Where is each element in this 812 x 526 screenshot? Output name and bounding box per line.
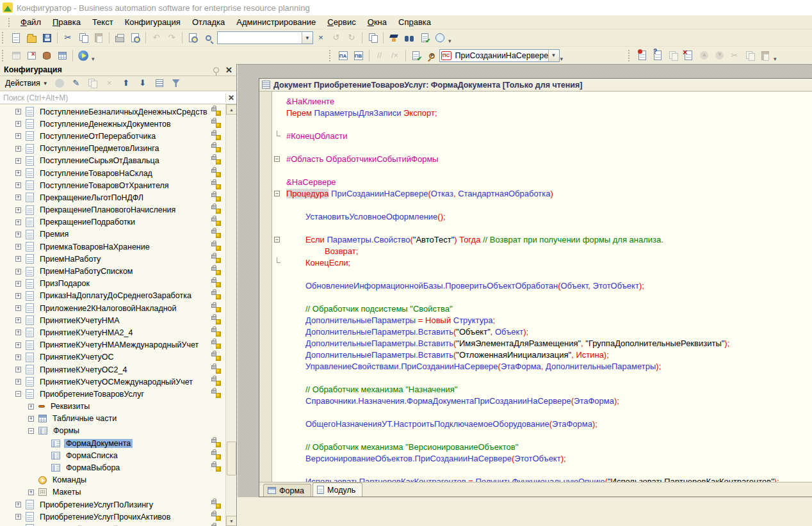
tree-item-ПоступлениеСырьяОтДавальца[interactable]: +ПоступлениеСырьяОтДавальца xyxy=(0,155,225,167)
code-line[interactable]: УправлениеСвойствами.ПриСозданииНаСервер… xyxy=(284,361,812,372)
sort-list-button[interactable] xyxy=(152,76,166,90)
open-table-button[interactable] xyxy=(55,49,69,63)
expand-icon[interactable]: + xyxy=(15,514,21,520)
procedure-combobox[interactable]: ПС ПриСозданииНаСервере ▼ xyxy=(439,49,560,62)
tree-item-ПринятиеКУчетуНМА2_4[interactable]: +ПринятиеКУчетуНМА2_4 xyxy=(0,326,225,339)
tree-item-label[interactable]: ПриказНаДоплатуДоСреднегоЗаработка xyxy=(38,291,193,300)
toolbar-overflow[interactable]: ▾ xyxy=(448,38,451,44)
fold-collapse-icon[interactable]: − xyxy=(274,154,281,165)
tree-item-label[interactable]: ПрекращениеПлановогоНачисления xyxy=(38,205,177,214)
tree-item-ПриобретениеУслугПрочихАктивов[interactable]: +ПриобретениеУслугПрочихАктивов xyxy=(0,511,225,523)
tree-item-ФормаСписка[interactable]: +ФормаСписка xyxy=(0,449,225,461)
expand-icon[interactable]: + xyxy=(15,269,21,275)
collapse-icon[interactable]: − xyxy=(15,391,21,397)
tree-item-label[interactable]: Реквизиты xyxy=(49,402,92,411)
search-combobox-dropdown[interactable]: ▼ xyxy=(302,32,313,44)
procedure-combobox-value[interactable]: ПриСозданииНаСервере xyxy=(453,51,548,60)
new-file-button[interactable] xyxy=(9,31,23,45)
code-line[interactable]: ДополнительныеПараметры.Вставить("ИмяЭле… xyxy=(284,338,812,349)
tree-item-label[interactable]: ПриемНаРаботу xyxy=(38,255,102,264)
tree-item-label[interactable]: ПринятиеКУчетуОС2_4 xyxy=(38,365,129,374)
tree-item-label[interactable]: ПриемкаТоваровНаХранение xyxy=(38,243,152,251)
save-button[interactable] xyxy=(40,31,54,45)
actions-menu-button[interactable]: Действия▼ xyxy=(3,78,51,88)
tree-item-label[interactable]: ПризПодарок xyxy=(38,279,92,288)
code-line[interactable] xyxy=(284,165,812,177)
code-line[interactable] xyxy=(284,292,812,303)
tree-item-label[interactable]: Команды xyxy=(51,475,88,484)
tree-item-ФормаВыбора[interactable]: +ФормаВыбора xyxy=(0,461,225,474)
tree-item-ПриказНаДоплатуДоСреднегоЗаработка[interactable]: +ПриказНаДоплатуДоСреднегоЗаработка xyxy=(0,290,225,302)
tree-item-label[interactable]: ПоступлениеТоваровНаСклад xyxy=(38,169,154,178)
expand-icon[interactable]: + xyxy=(15,244,21,250)
expand-icon[interactable]: + xyxy=(15,195,21,200)
pin-icon[interactable] xyxy=(213,67,219,73)
tree-item-Команды[interactable]: +Команды xyxy=(0,474,225,486)
tree-item-Премия[interactable]: +Премия xyxy=(0,228,225,241)
tree-item-label[interactable]: ПоступлениеБезналичныхДенежныхСредств xyxy=(38,108,209,116)
expand-icon[interactable]: + xyxy=(15,355,21,360)
close-panel-button[interactable]: ✕ xyxy=(224,65,234,75)
expand-icon[interactable]: + xyxy=(15,219,21,225)
collapse-icon[interactable]: − xyxy=(28,428,34,434)
menu-Справка[interactable]: Справка xyxy=(393,16,437,28)
expand-icon[interactable]: + xyxy=(15,146,21,152)
tree-item-ПриемНаРаботуСписком[interactable]: +ПриемНаРаботуСписком xyxy=(0,265,225,277)
code-line[interactable] xyxy=(284,142,812,154)
code-line[interactable]: #Область ОбработчикиСобытийФормы xyxy=(284,154,812,165)
code-line[interactable] xyxy=(284,200,812,211)
search-help-button[interactable] xyxy=(402,31,416,45)
tree-item-label[interactable]: ПриобретениеТоваровУслуг xyxy=(38,390,146,399)
tree-item-label[interactable]: Формы xyxy=(51,426,81,435)
menu-Файл[interactable]: Файл xyxy=(15,16,47,28)
tree-item-label[interactable]: ПриобретениеУслугПрочихАктивов xyxy=(38,513,172,522)
scrollbar-thumb[interactable] xyxy=(227,442,236,475)
expand-icon[interactable]: + xyxy=(15,109,21,115)
tree-item-label[interactable]: ПоступлениеСырьяОтДавальца xyxy=(38,156,161,165)
tree-item-label[interactable]: Табличные части xyxy=(51,414,118,423)
expand-icon[interactable]: + xyxy=(15,367,21,372)
tree-item-label[interactable]: ПоступлениеОтПереработчика xyxy=(38,132,158,141)
tree-item-label[interactable]: ФормаСписка xyxy=(64,451,120,460)
scroll-up-button[interactable]: ▲ xyxy=(226,104,236,115)
tree-item-label[interactable]: ФормаДокумента xyxy=(64,439,133,448)
tree-item-ПринятиеКУчетуОСМеждународныйУчет[interactable]: +ПринятиеКУчетуОСМеждународныйУчет xyxy=(0,376,225,388)
expand-icon[interactable]: + xyxy=(15,293,21,299)
menu-Сервис[interactable]: Сервис xyxy=(321,16,362,28)
tree-item-label[interactable]: ПрекращениеПодработки xyxy=(38,218,137,227)
code-line[interactable]: ОбщегоНазначенияУТ.НастроитьПодключаемое… xyxy=(284,418,812,430)
code-line[interactable] xyxy=(284,269,812,280)
tree-item-ПоступлениеДенежныхДокументов[interactable]: +ПоступлениеДенежныхДокументов xyxy=(0,118,225,130)
code-line[interactable]: Процедура ПриСозданииНаСервере(Отказ, Ст… xyxy=(284,188,812,200)
tree-item-Макеты[interactable]: +Макеты xyxy=(0,486,225,498)
procedures-list-button[interactable]: ПВ xyxy=(352,49,366,63)
fold-collapse-icon[interactable]: − xyxy=(274,188,281,200)
start-debugging-button[interactable] xyxy=(76,49,90,63)
move-node-up-button[interactable]: ⬆ xyxy=(119,76,133,90)
close-config-button[interactable] xyxy=(24,49,38,63)
expand-icon[interactable]: + xyxy=(15,158,21,164)
expand-icon[interactable]: + xyxy=(15,232,21,237)
tree-item-label[interactable]: ПринятиеКУчетуНМАМеждународныйУчет xyxy=(38,340,200,349)
tree-item-label[interactable]: ФормаВыбора xyxy=(64,463,122,472)
expand-icon[interactable]: + xyxy=(28,490,34,495)
cut-button[interactable]: ✂ xyxy=(61,31,75,45)
toolbar-overflow[interactable]: ▾ xyxy=(774,56,777,62)
tree-item-ПриемкаТоваровНаХранение[interactable]: +ПриемкаТоваровНаХранение xyxy=(0,241,225,253)
tree-item-label[interactable]: ПринятиеКУчетуОС xyxy=(38,353,116,362)
global-search-button[interactable] xyxy=(186,31,200,45)
tree-item-Формы[interactable]: −Формы xyxy=(0,425,225,437)
code-line[interactable]: КонецЕсли; xyxy=(284,257,812,269)
move-node-down-button[interactable]: ⬇ xyxy=(136,76,150,90)
tree-item-ПризПодарок[interactable]: +ПризПодарок xyxy=(0,278,225,290)
menu-Отладка[interactable]: Отладка xyxy=(186,16,231,28)
menu-Окна[interactable]: Окна xyxy=(362,16,393,28)
tree-item-label[interactable]: Макеты xyxy=(51,488,83,497)
code-line[interactable]: // Обработчик механизма "Версионирование… xyxy=(284,442,812,453)
object-help-button[interactable] xyxy=(651,49,665,63)
scroll-down-button[interactable]: ▼ xyxy=(226,516,236,526)
toolbar-overflow[interactable]: ▾ xyxy=(560,56,564,62)
tree-item-label[interactable]: Приложение2КНалоговойНакладной xyxy=(38,304,179,313)
tree-item-Приложение2КНалоговойНакладной[interactable]: +Приложение2КНалоговойНакладной xyxy=(0,302,225,314)
tree-item-Табличные части[interactable]: +Табличные части xyxy=(0,413,225,425)
